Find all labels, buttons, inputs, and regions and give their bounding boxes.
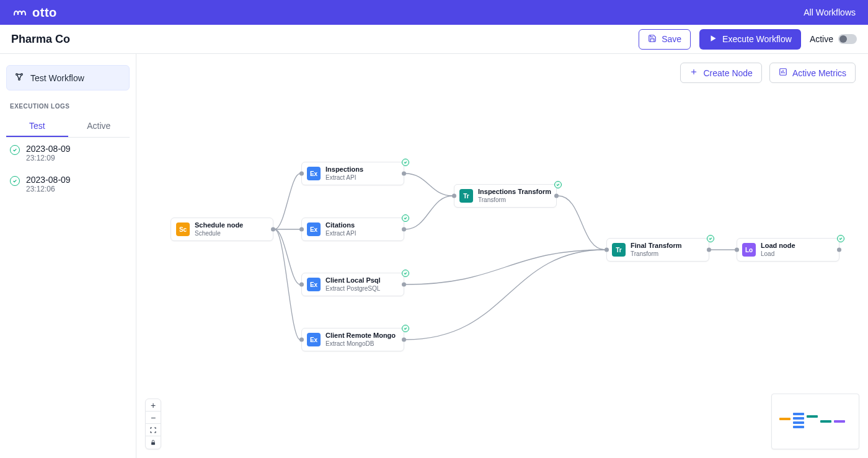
log-item[interactable]: 2023-08-09 23:12:06 <box>6 169 130 200</box>
save-icon <box>648 34 657 45</box>
port-out[interactable] <box>554 194 559 198</box>
canvas-actions: Create Node Active Metrics <box>680 63 856 83</box>
log-time: 23:12:06 <box>26 185 71 193</box>
port-out[interactable] <box>707 248 711 252</box>
zoom-controls: + − <box>145 399 161 449</box>
node-psql[interactable]: ExClient Local PsqlExtract PostgreSQL <box>301 273 404 296</box>
brand-label: otto <box>32 6 57 20</box>
status-success-icon <box>707 235 714 242</box>
status-success-icon <box>402 159 409 166</box>
toolbar-actions: Save Execute Workflow Active <box>639 29 857 50</box>
port-in[interactable] <box>452 194 456 198</box>
execution-logs: EXECUTION LOGS Test Active 2023-08-09 23… <box>6 103 130 200</box>
status-success-icon <box>837 235 844 242</box>
node-title: Inspections <box>326 165 363 174</box>
node-title: Schedule node <box>195 221 243 229</box>
node-final_tr[interactable]: TrFinal TransformTransform <box>606 238 709 262</box>
save-button[interactable]: Save <box>639 29 691 50</box>
lock-button[interactable] <box>146 436 161 449</box>
node-type-icon: Lo <box>742 243 756 257</box>
node-type-icon: Ex <box>307 167 321 180</box>
node-schedule[interactable]: ScSchedule nodeSchedule <box>170 218 273 241</box>
workflow-canvas[interactable]: Create Node Active Metrics ScSchedule no… <box>136 54 868 458</box>
node-type-icon: Tr <box>612 243 626 257</box>
active-metrics-label: Active Metrics <box>792 68 846 78</box>
node-subtitle: Extract API <box>326 174 363 182</box>
node-type-icon: Tr <box>459 189 473 203</box>
node-subtitle: Schedule <box>195 230 243 237</box>
node-title: Client Local Psql <box>326 276 381 284</box>
node-title: Client Remote Mongo <box>326 332 396 340</box>
status-success-icon <box>554 181 562 188</box>
logs-header: EXECUTION LOGS <box>6 103 130 110</box>
all-workflows-link[interactable]: All Workflows <box>804 7 856 17</box>
port-in[interactable] <box>299 227 304 232</box>
port-out[interactable] <box>837 248 841 252</box>
check-icon <box>10 145 20 155</box>
port-out[interactable] <box>402 227 406 232</box>
node-subtitle: Transform <box>478 196 551 204</box>
node-subtitle: Extract MongoDB <box>326 340 396 348</box>
port-out[interactable] <box>271 227 275 232</box>
fit-button[interactable] <box>146 424 161 436</box>
brand-icon <box>12 6 27 19</box>
node-title: Load node <box>761 242 795 250</box>
port-in[interactable] <box>299 338 304 342</box>
port-out[interactable] <box>402 283 406 287</box>
node-text: Inspections TransformTransform <box>478 188 551 203</box>
play-icon <box>709 34 717 45</box>
create-node-button[interactable]: Create Node <box>680 63 761 83</box>
node-load[interactable]: LoLoad nodeLoad <box>737 238 839 262</box>
port-out[interactable] <box>402 172 406 176</box>
node-type-icon: Sc <box>176 222 190 236</box>
zoom-out-button[interactable]: − <box>146 412 161 424</box>
logs-tab-test[interactable]: Test <box>6 116 68 137</box>
topbar: otto All Workflows <box>0 0 868 25</box>
node-text: Client Local PsqlExtract PostgreSQL <box>326 276 381 292</box>
status-success-icon <box>402 270 409 277</box>
page-title: Pharma Co <box>11 33 70 46</box>
node-type-icon: Ex <box>307 222 321 236</box>
node-subtitle: Extract PostgreSQL <box>326 285 381 293</box>
node-title: Citations <box>326 221 356 229</box>
port-in[interactable] <box>299 283 304 287</box>
node-insp_tr[interactable]: TrInspections TransformTransform <box>454 184 557 208</box>
plus-icon <box>689 68 698 78</box>
node-subtitle: Extract API <box>326 230 356 237</box>
active-label: Active <box>810 34 833 44</box>
node-text: Load nodeLoad <box>761 242 795 257</box>
test-workflow-button[interactable]: Test Workflow <box>6 65 130 90</box>
zoom-in-button[interactable]: + <box>146 399 161 412</box>
minimap[interactable] <box>771 394 859 449</box>
node-subtitle: Load <box>761 250 795 258</box>
node-inspections[interactable]: ExInspectionsExtract API <box>301 162 404 185</box>
execute-workflow-button[interactable]: Execute Workflow <box>699 29 801 50</box>
check-icon <box>10 176 20 186</box>
node-type-icon: Ex <box>307 333 321 346</box>
logs-tab-active[interactable]: Active <box>68 116 130 137</box>
log-item[interactable]: 2023-08-09 23:12:09 <box>6 138 130 169</box>
workflow-icon <box>14 72 24 84</box>
port-in[interactable] <box>604 248 609 252</box>
port-in[interactable] <box>735 248 739 252</box>
test-workflow-label: Test Workflow <box>30 73 84 83</box>
save-label: Save <box>662 34 681 44</box>
log-date: 2023-08-09 <box>26 144 71 154</box>
node-text: Schedule nodeSchedule <box>195 221 243 237</box>
logs-tabs: Test Active <box>6 116 130 138</box>
sidebar: Test Workflow EXECUTION LOGS Test Active… <box>0 54 136 458</box>
chart-icon <box>779 68 787 78</box>
svg-point-2 <box>21 74 23 76</box>
node-title: Final Transform <box>631 242 682 250</box>
node-citations[interactable]: ExCitationsExtract API <box>301 218 404 241</box>
port-in[interactable] <box>299 172 304 176</box>
status-success-icon <box>402 325 409 332</box>
port-out[interactable] <box>402 338 406 342</box>
node-title: Inspections Transform <box>478 188 551 196</box>
active-toggle[interactable] <box>838 34 857 44</box>
node-text: InspectionsExtract API <box>326 165 363 181</box>
node-type-icon: Ex <box>307 278 321 291</box>
node-subtitle: Transform <box>631 250 682 258</box>
node-mongo[interactable]: ExClient Remote MongoExtract MongoDB <box>301 328 404 351</box>
active-metrics-button[interactable]: Active Metrics <box>769 63 856 83</box>
